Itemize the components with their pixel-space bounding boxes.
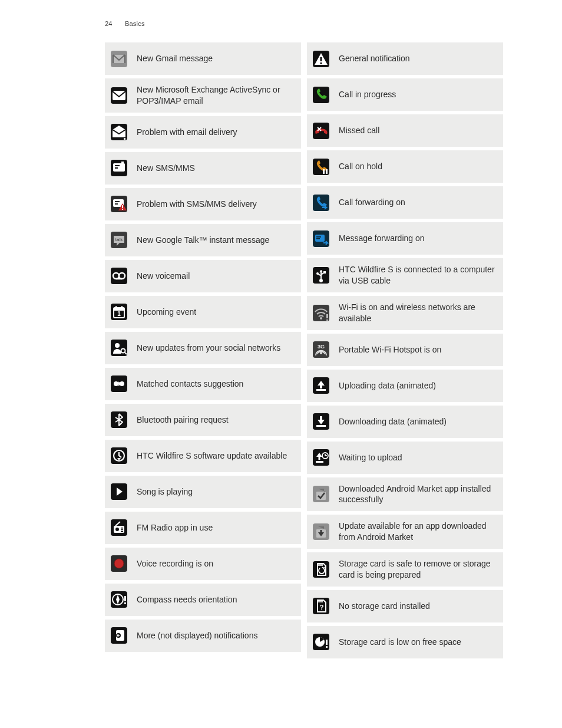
legend-label: Downloaded Android Market app installed … [339, 483, 497, 506]
legend-row-mail-problem: Problem with email delivery [105, 116, 301, 149]
legend-label: New Google Talk™ instant message [137, 235, 269, 246]
hold-icon [313, 159, 329, 175]
contacts-icon [111, 375, 127, 392]
compass-icon [111, 591, 127, 608]
legend-label: Problem with SMS/MMS delivery [137, 199, 257, 210]
usb-icon [313, 267, 329, 284]
legend-row-bluetooth: Bluetooth pairing request [105, 404, 301, 436]
legend-label: Downloading data (animated) [339, 416, 447, 427]
legend-row-msg-fwd: Message forwarding on [307, 222, 503, 255]
legend-row-song: Song is playing [105, 476, 301, 508]
legend-label: Portable Wi-Fi Hotspot is on [339, 344, 441, 355]
download-icon [313, 413, 329, 430]
legend-row-sd-low: Storage card is low on free space [307, 626, 503, 658]
bluetooth-icon [111, 411, 127, 428]
legend-label: Message forwarding on [339, 233, 425, 244]
legend-row-more: More (not displayed) notifications [105, 620, 301, 652]
legend-label: Call in progress [339, 89, 396, 100]
more-icon [111, 627, 127, 644]
legend-row-dl-ok: Downloaded Android Market app installed … [307, 477, 503, 512]
legend-label: Song is playing [137, 486, 193, 498]
legend-row-sms-problem: Problem with SMS/MMS delivery [105, 188, 301, 220]
sms-problem-icon [111, 196, 127, 212]
sms-icon [111, 160, 127, 176]
legend-label: Update available for an app downloaded f… [339, 521, 497, 543]
legend-label: Uploading data (animated) [339, 380, 436, 391]
icon-legend: New Gmail messageNew Microsoft Exchange … [105, 42, 534, 658]
legend-label: New voicemail [137, 271, 190, 282]
legend-label: No storage card installed [339, 601, 430, 612]
wait-up-icon [313, 449, 329, 466]
legend-row-contacts: Matched contacts suggestion [105, 368, 301, 400]
legend-label: Wi-Fi is on and wireless networks are av… [339, 302, 497, 324]
sd-safe-icon [313, 561, 329, 578]
legend-label: New SMS/MMS [137, 163, 195, 174]
dl-ok-icon [313, 486, 329, 502]
page-number: 24 [105, 20, 113, 27]
legend-row-upload: Uploading data (animated) [307, 370, 503, 402]
upload-icon [313, 377, 329, 394]
legend-label: Upcoming event [137, 307, 196, 318]
legend-label: More (not displayed) notifications [137, 630, 257, 641]
section-title: Basics [125, 20, 145, 27]
legend-label: General notification [339, 53, 410, 64]
page-header: 24 Basics [105, 20, 534, 27]
legend-row-voicemail: New voicemail [105, 260, 301, 292]
call-prog-icon [313, 87, 329, 103]
exchange-icon [111, 87, 127, 104]
left-column: New Gmail messageNew Microsoft Exchange … [105, 42, 301, 658]
legend-row-dl-update: Update available for an app downloaded f… [307, 515, 503, 549]
legend-label: Compass needs orientation [137, 594, 237, 605]
legend-row-fm: FM Radio app in use [105, 512, 301, 544]
legend-row-gtalk: New Google Talk™ instant message [105, 224, 301, 256]
legend-label: FM Radio app in use [137, 522, 213, 533]
legend-row-sw-update: HTC Wildfire S software update available [105, 440, 301, 472]
legend-row-wifi: Wi-Fi is on and wireless networks are av… [307, 296, 503, 330]
sd-none-icon [313, 598, 329, 614]
legend-row-gmail: New Gmail message [105, 42, 301, 75]
legend-row-call-prog: Call in progress [307, 78, 503, 111]
legend-row-exchange: New Microsoft Exchange ActiveSync or POP… [105, 78, 301, 113]
legend-row-missed: Missed call [307, 114, 503, 147]
legend-row-hold: Call on hold [307, 150, 503, 183]
legend-label: Voice recording is on [137, 558, 213, 569]
right-column: General notificationCall in progressMiss… [307, 42, 503, 658]
legend-label: Call forwarding on [339, 197, 405, 208]
legend-row-general: General notification [307, 42, 503, 75]
legend-row-usb: HTC Wildfire S is connected to a compute… [307, 258, 503, 292]
mail-problem-icon [111, 124, 127, 140]
legend-label: New Microsoft Exchange ActiveSync or POP… [137, 84, 295, 107]
legend-label: Storage card is low on free space [339, 637, 461, 648]
legend-label: Bluetooth pairing request [137, 414, 229, 426]
legend-label: Call on hold [339, 161, 382, 172]
legend-label: Storage card is safe to remove or storag… [339, 558, 497, 581]
song-icon [111, 483, 127, 500]
legend-row-hotspot: Portable Wi-Fi Hotspot is on [307, 334, 503, 366]
legend-row-sd-none: No storage card installed [307, 590, 503, 622]
legend-row-sd-safe: Storage card is safe to remove or storag… [307, 552, 503, 587]
sw-update-icon [111, 447, 127, 464]
event-icon [111, 304, 127, 320]
legend-row-voice-rec: Voice recording is on [105, 548, 301, 580]
legend-label: Missed call [339, 125, 379, 136]
legend-label: Matched contacts suggestion [137, 378, 243, 390]
call-fwd-icon [313, 195, 329, 211]
gtalk-icon [111, 232, 127, 248]
legend-label: Problem with email delivery [137, 127, 237, 138]
hotspot-icon [313, 341, 329, 358]
legend-row-download: Downloading data (animated) [307, 406, 503, 438]
sd-low-icon [313, 634, 329, 650]
dl-update-icon [313, 523, 329, 540]
general-icon [313, 51, 329, 67]
legend-row-compass: Compass needs orientation [105, 584, 301, 616]
legend-label: Waiting to upload [339, 452, 402, 463]
fm-icon [111, 519, 127, 536]
legend-row-event: Upcoming event [105, 296, 301, 328]
legend-label: New Gmail message [137, 53, 213, 64]
msg-fwd-icon [313, 230, 329, 247]
missed-icon [313, 123, 329, 139]
wifi-icon [313, 305, 329, 321]
gmail-icon [111, 51, 127, 67]
social-icon [111, 340, 127, 356]
legend-label: HTC Wildfire S is connected to a compute… [339, 264, 497, 286]
